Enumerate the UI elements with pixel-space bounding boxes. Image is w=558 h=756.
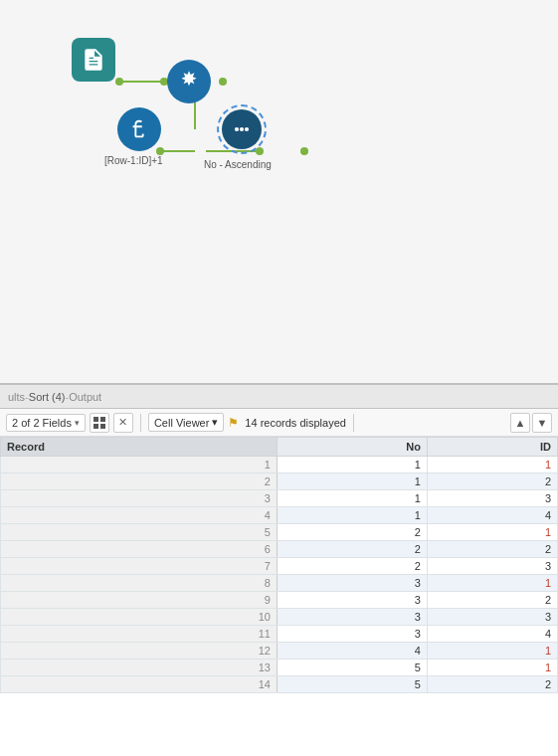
table-row: 831	[1, 575, 558, 592]
svg-point-4	[235, 127, 239, 131]
cell-id: 1	[427, 660, 557, 676]
node-sort-inner	[222, 109, 262, 149]
cell-no: 1	[277, 507, 427, 524]
conn-dot-3	[156, 147, 164, 155]
cell-no: 2	[277, 541, 427, 558]
cell-id: 1	[427, 575, 557, 592]
bottom-panel: ults - Sort (4) - Output 2 of 2 Fields ▾…	[0, 383, 558, 756]
table-row: 1134	[1, 626, 558, 643]
panel-header-results: ults	[8, 391, 25, 403]
cell-record: 6	[1, 541, 278, 558]
cell-no: 3	[277, 626, 427, 643]
cell-no: 3	[277, 609, 427, 626]
close-icon-button[interactable]: ✕	[113, 413, 133, 433]
sort-label: No - Ascending	[204, 159, 272, 170]
table-row: 1452	[1, 676, 558, 693]
panel-header-sort: Sort (4)	[29, 391, 66, 403]
table-row: 111	[1, 457, 558, 473]
fields-label: 2 of 2 Fields	[12, 417, 72, 429]
table-row: 622	[1, 541, 558, 558]
panel-header-output: Output	[69, 391, 101, 403]
cell-no: 3	[277, 592, 427, 609]
cell-record: 2	[1, 473, 278, 490]
svg-rect-9	[93, 424, 98, 429]
cell-no: 1	[277, 457, 427, 473]
toolbar-divider-2	[353, 414, 354, 432]
table-row: 932	[1, 592, 558, 609]
fields-chevron-icon: ▾	[75, 418, 80, 428]
table-row: 521	[1, 524, 558, 541]
records-count: 14 records displayed	[245, 417, 346, 429]
cell-id: 2	[427, 676, 557, 693]
col-header-no: No	[277, 438, 427, 457]
cell-record: 1	[1, 457, 278, 473]
table-row: 414	[1, 507, 558, 524]
cell-record: 8	[1, 575, 278, 592]
cell-id: 3	[427, 490, 557, 507]
svg-rect-10	[100, 424, 105, 429]
cell-no: 3	[277, 575, 427, 592]
table-row: 1241	[1, 643, 558, 660]
cell-id: 4	[427, 626, 557, 643]
table-row: 723	[1, 558, 558, 575]
warning-icon: ⚑	[228, 416, 239, 430]
node-sort-outer[interactable]	[217, 104, 267, 154]
conn-dot-right-star	[219, 78, 227, 86]
canvas-area: [Row-1:ID]+1 No - Ascending	[0, 0, 558, 388]
close-icon: ✕	[118, 416, 127, 429]
formula-label: [Row-1:ID]+1	[104, 155, 163, 166]
grid-icon-button[interactable]	[90, 413, 109, 433]
svg-point-5	[240, 127, 244, 131]
cell-record: 9	[1, 592, 278, 609]
cell-id: 3	[427, 609, 557, 626]
cell-id: 2	[427, 541, 557, 558]
cell-no: 5	[277, 660, 427, 676]
scroll-up-button[interactable]: ▲	[510, 413, 530, 433]
scroll-down-button[interactable]: ▼	[532, 413, 552, 433]
cell-record: 5	[1, 524, 278, 541]
cell-id: 3	[427, 558, 557, 575]
cell-no: 2	[277, 558, 427, 575]
cell-record: 14	[1, 676, 278, 693]
cell-no: 4	[277, 643, 427, 660]
col-header-id: ID	[427, 438, 557, 457]
cell-id: 2	[427, 592, 557, 609]
cell-no: 2	[277, 524, 427, 541]
panel-header: ults - Sort (4) - Output	[0, 385, 558, 409]
table-row: 212	[1, 473, 558, 490]
cell-viewer-chevron-icon: ▾	[212, 416, 218, 429]
svg-rect-7	[93, 417, 98, 422]
cell-viewer-label: Cell Viewer	[154, 417, 209, 429]
table-row: 1351	[1, 660, 558, 676]
svg-rect-8	[100, 417, 105, 422]
cell-record: 10	[1, 609, 278, 626]
table-header-row: Record No ID	[1, 438, 558, 457]
node-star[interactable]	[167, 60, 211, 103]
cell-record: 7	[1, 558, 278, 575]
data-table: Record No ID 111212313414521622723831932…	[0, 437, 558, 693]
cell-id: 2	[427, 473, 557, 490]
cell-id: 4	[427, 507, 557, 524]
conn-dot-right-sort	[300, 147, 308, 155]
toolbar: 2 of 2 Fields ▾ ✕ Cell Viewer ▾ ⚑ 14 rec…	[0, 409, 558, 437]
cell-record: 13	[1, 660, 278, 676]
toolbar-right: ▲ ▼	[510, 413, 552, 433]
cell-record: 11	[1, 626, 278, 643]
cell-record: 12	[1, 643, 278, 660]
cell-viewer-button[interactable]: Cell Viewer ▾	[148, 413, 224, 432]
cell-id: 1	[427, 643, 557, 660]
cell-record: 4	[1, 507, 278, 524]
node-formula[interactable]	[117, 107, 161, 151]
table-row: 1033	[1, 609, 558, 626]
svg-point-6	[245, 127, 249, 131]
col-header-record: Record	[1, 438, 278, 457]
fields-button[interactable]: 2 of 2 Fields ▾	[6, 414, 86, 432]
cell-record: 3	[1, 490, 278, 507]
cell-id: 1	[427, 457, 557, 473]
cell-no: 1	[277, 473, 427, 490]
grid-icon	[93, 417, 105, 429]
toolbar-divider-1	[140, 414, 141, 432]
table-body: 1112123134145216227238319321033113412411…	[1, 457, 558, 693]
node-book[interactable]	[72, 38, 115, 82]
data-table-container[interactable]: Record No ID 111212313414521622723831932…	[0, 437, 558, 753]
